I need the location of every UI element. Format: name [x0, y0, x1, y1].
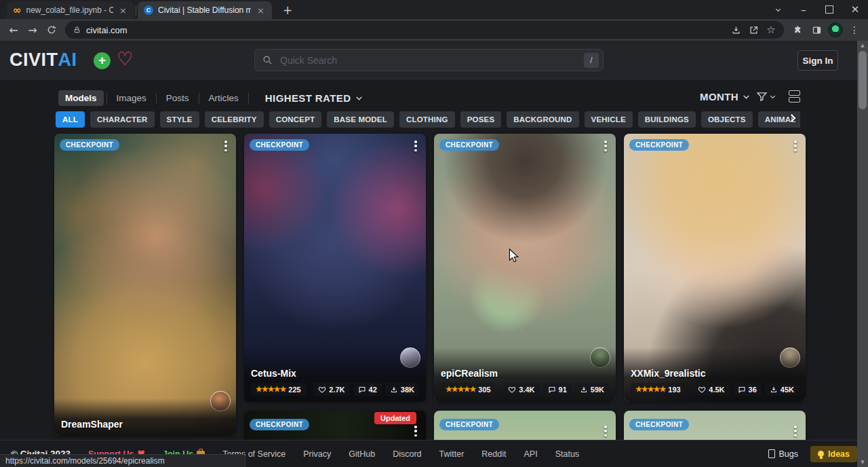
- comments-count: 36: [749, 386, 757, 394]
- chips-scroll-right-icon[interactable]: [787, 112, 799, 124]
- browser-menu-icon[interactable]: ⋮: [845, 20, 864, 39]
- layout-toggle-icon[interactable]: [789, 90, 800, 102]
- category-chip[interactable]: CHARACTER: [90, 111, 155, 128]
- likes-pill: 2.7K: [313, 383, 349, 396]
- card-menu-icon[interactable]: [789, 139, 802, 153]
- profile-avatar[interactable]: [826, 20, 845, 39]
- favorites-heart-icon[interactable]: ♡: [117, 48, 133, 69]
- category-chip[interactable]: BACKGROUND: [507, 111, 578, 128]
- tab-search-chevron-icon[interactable]: [765, 0, 791, 19]
- logo-ai: AI: [58, 50, 77, 71]
- model-card-epicrealism[interactable]: CHECKPOINT epiCRealism ★★★★★ 305 3.4K 91: [434, 134, 616, 402]
- likes-count: 2.7K: [329, 386, 344, 394]
- model-card-xxmix9realistic[interactable]: CHECKPOINT XXMix_9realistic ★★★★★ 193 4.…: [624, 134, 806, 402]
- likes-count: 4.5K: [709, 386, 724, 394]
- logo-civit: CIVIT: [9, 50, 58, 71]
- downloads-pill: 45K: [765, 383, 799, 396]
- scrollbar-down-arrow[interactable]: ▼: [857, 457, 868, 467]
- category-chip[interactable]: CELEBRITY: [205, 111, 264, 128]
- category-chip[interactable]: CLOTHING: [399, 111, 455, 128]
- model-card-cetus-mix[interactable]: CHECKPOINT Cetus-Mix ★★★★★ 225 2.7K 42: [244, 134, 426, 402]
- scrollbar-up-arrow[interactable]: ▲: [857, 41, 868, 50]
- filter-dropdown[interactable]: [756, 91, 776, 102]
- civitai-logo[interactable]: CIVITAI: [9, 50, 77, 71]
- footer-link-status[interactable]: Status: [555, 449, 579, 459]
- category-chip[interactable]: BUILDINGS: [638, 111, 696, 128]
- address-bar[interactable]: civitai.com ☆: [65, 21, 784, 39]
- main-content: Models Images Posts Articles HIGHEST RAT…: [0, 79, 868, 440]
- tab-posts[interactable]: Posts: [159, 90, 196, 106]
- category-chip[interactable]: OBJECTS: [701, 111, 753, 128]
- footer-link-twitter[interactable]: Twitter: [439, 449, 465, 459]
- close-window-button[interactable]: ✕: [842, 0, 868, 19]
- back-button[interactable]: ←: [4, 20, 23, 39]
- likes-count: 3.4K: [519, 386, 534, 394]
- period-dropdown[interactable]: MONTH: [700, 91, 751, 102]
- likes-pill: 4.5K: [693, 383, 729, 396]
- sign-in-button[interactable]: Sign In: [797, 50, 838, 71]
- maximize-button[interactable]: [816, 0, 842, 19]
- model-card-partial[interactable]: CHECKPOINT: [624, 411, 806, 440]
- card-footer: Cetus-Mix ★★★★★ 225 2.7K 42: [244, 348, 426, 402]
- category-chip[interactable]: ALL: [56, 111, 85, 128]
- card-menu-icon[interactable]: [789, 424, 802, 438]
- extensions-icon[interactable]: [788, 20, 807, 39]
- browser-tab-colab[interactable]: ∞ new_colab_file.ipynb - Colaborat ×: [7, 1, 134, 19]
- tab-title: Civitai | Stable Diffusion models,: [158, 5, 251, 15]
- search-input[interactable]: [279, 54, 584, 67]
- model-card-partial[interactable]: CHECKPOINT: [434, 411, 616, 440]
- browser-tab-civitai[interactable]: C Civitai | Stable Diffusion models, ×: [138, 1, 272, 19]
- card-menu-icon[interactable]: [410, 139, 422, 153]
- search-bar[interactable]: /: [254, 49, 604, 71]
- tab-models[interactable]: Models: [58, 90, 104, 106]
- bugs-button[interactable]: Bugs: [768, 449, 799, 459]
- model-type-badge: CHECKPOINT: [439, 419, 499, 430]
- engagement-pills: 2.7K 42 38K: [313, 383, 419, 396]
- reload-button[interactable]: [42, 20, 61, 39]
- category-chip[interactable]: VEHICLE: [585, 111, 633, 128]
- footer-link-api[interactable]: API: [524, 449, 537, 459]
- engagement-pills: 3.4K 91 59K: [503, 383, 609, 396]
- card-footer: epiCRealism ★★★★★ 305 3.4K 91: [434, 348, 616, 402]
- url-text: civitai.com: [86, 25, 727, 35]
- downloads-icon[interactable]: [727, 22, 745, 38]
- ideas-button[interactable]: Ideas: [810, 446, 857, 462]
- create-plus-button[interactable]: +: [94, 52, 111, 69]
- window-controls: – ✕: [765, 0, 868, 19]
- close-tab-icon[interactable]: ×: [256, 5, 266, 16]
- model-card-dreamshaper[interactable]: CHECKPOINT DreamShaper: [54, 134, 236, 436]
- model-card-partial[interactable]: Updated CHECKPOINT: [244, 411, 426, 440]
- footer-link-github[interactable]: GitHub: [349, 449, 375, 459]
- model-type-badge: CHECKPOINT: [629, 139, 689, 151]
- tab-images[interactable]: Images: [110, 90, 153, 106]
- sort-dropdown[interactable]: HIGHEST RATED: [265, 92, 364, 104]
- category-chip[interactable]: BASE MODEL: [327, 111, 394, 128]
- footer-link-privacy[interactable]: Privacy: [303, 449, 331, 459]
- rating-count: 225: [288, 386, 300, 394]
- card-menu-icon[interactable]: [599, 424, 612, 438]
- tab-articles[interactable]: Articles: [202, 90, 245, 106]
- model-type-badge: CHECKPOINT: [629, 419, 689, 430]
- minimize-button[interactable]: –: [791, 0, 816, 19]
- footer-link-discord[interactable]: Discord: [393, 449, 421, 459]
- category-chip[interactable]: CONCEPT: [269, 111, 322, 128]
- scrollbar-thumb[interactable]: [859, 51, 867, 109]
- side-panel-icon[interactable]: [807, 20, 826, 39]
- close-tab-icon[interactable]: ×: [118, 5, 128, 16]
- category-chip[interactable]: POSES: [460, 111, 502, 128]
- toolbar-right: ⋮: [788, 20, 864, 39]
- ideas-label: Ideas: [828, 449, 850, 459]
- card-menu-icon[interactable]: [220, 139, 232, 153]
- card-menu-icon[interactable]: [599, 139, 612, 153]
- category-chip[interactable]: STYLE: [160, 111, 199, 128]
- footer-link-reddit[interactable]: Reddit: [481, 449, 506, 459]
- card-menu-icon[interactable]: [410, 424, 422, 438]
- comment-icon: [738, 386, 746, 394]
- bookmark-star-icon[interactable]: ☆: [762, 22, 780, 38]
- new-tab-button[interactable]: +: [279, 3, 296, 17]
- model-title: XXMix_9realistic: [631, 368, 799, 379]
- lightbulb-icon: [818, 451, 824, 457]
- forward-button[interactable]: →: [23, 20, 42, 39]
- share-icon[interactable]: [745, 22, 762, 38]
- page-scrollbar[interactable]: ▲ ▼: [857, 41, 868, 467]
